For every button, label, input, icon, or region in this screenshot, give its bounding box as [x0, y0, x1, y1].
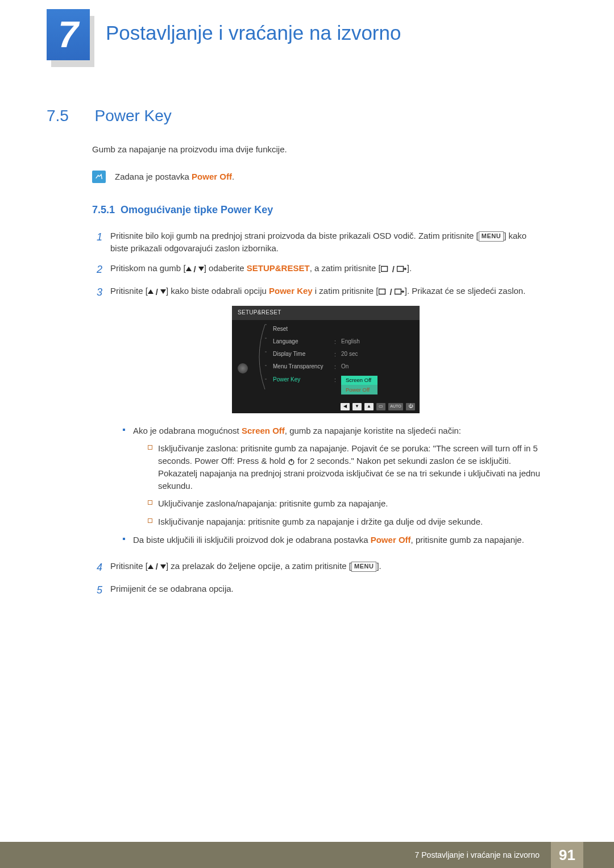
footer-text: 7 Postavljanje i vraćanje na izvorno: [415, 850, 540, 859]
chapter-number: 7: [58, 14, 78, 56]
osd-row-reset: Reset: [266, 323, 420, 336]
step-3: 3 Pritisnite [/] kako biste odabrali opc…: [92, 285, 541, 551]
note-value: Power Off: [192, 172, 232, 181]
sub-bullet-turn-off-power: Isključivanje napajanja: pritisnite gumb…: [148, 516, 541, 528]
step-2: 2 Pritiskom na gumb [/] odaberite SETUP&…: [92, 262, 541, 277]
osd-navbar: ◀ ▼ ▲ ▭ AUTO ⏻: [232, 400, 420, 411]
svg-rect-2: [379, 289, 385, 294]
svg-rect-3: [395, 289, 401, 294]
bullet-power-off: Da biste uključili ili isključili proizv…: [123, 534, 541, 546]
note-text: Zadana je postavka Power Off.: [115, 171, 234, 183]
nav-down-icon: ▼: [352, 403, 362, 410]
osd-row-menu-transparency: Menu Transparency:On: [266, 361, 420, 373]
step-1: 1 Pritisnite bilo koji gumb na prednjoj …: [92, 230, 541, 255]
up-down-icon: /: [148, 286, 166, 298]
step-4: 4 Pritisnite [/] za prelazak do željene …: [92, 560, 541, 575]
section-number: 7.5: [47, 107, 92, 125]
osd-title: SETUP&RESET: [232, 306, 420, 320]
osd-option-power-off: Power Off: [341, 385, 377, 394]
menu-label: MENU: [479, 231, 504, 242]
osd-row-language: Language:English: [266, 335, 420, 348]
osd-row-power-key: Power Key:Screen OffPower Off: [266, 373, 420, 397]
chapter-title: Postavljanje i vraćanje na izvorno: [106, 22, 401, 44]
section-heading: 7.5 Power Key: [47, 107, 541, 125]
intro-text: Gumb za napajanje na proizvodu ima dvije…: [92, 143, 541, 156]
bullet-screen-off: Ako je odabrana mogućnost Screen Off, gu…: [123, 425, 541, 528]
sub-bullet-turn-off-screen: Isključivanje zaslona: pritisnite gumb z…: [148, 442, 541, 492]
page: 7 Postavljanje i vraćanje na izvorno 7.5…: [0, 0, 614, 868]
nav-power-icon: ⏻: [406, 403, 415, 410]
up-down-icon: /: [186, 263, 204, 276]
nav-left-icon: ◀: [341, 403, 350, 410]
sub-bullet-turn-on: Uključivanje zaslona/napajanja: pritisni…: [148, 497, 541, 510]
nav-enter-icon: ▭: [376, 403, 385, 410]
enter-source-icon: /: [381, 263, 407, 276]
osd-panel: SETUP&RESET Reset Language:English: [232, 306, 420, 413]
steps-list: 1 Pritisnite bilo koji gumb na prednjoj …: [92, 230, 541, 597]
subsection-heading: 7.5.1 Omogućivanje tipke Power Key: [92, 202, 541, 217]
footer: 7 Postavljanje i vraćanje na izvorno 91: [0, 842, 614, 868]
svg-rect-1: [397, 267, 403, 272]
osd-knob-icon: [238, 363, 248, 373]
step-5: 5 Primijenit će se odabrana opcija.: [92, 583, 541, 597]
up-down-icon: /: [148, 560, 166, 573]
chapter-badge: 7: [47, 9, 90, 60]
body: Gumb za napajanje na proizvodu ima dvije…: [92, 143, 541, 605]
menu-label: MENU: [351, 562, 376, 572]
nav-up-icon: ▲: [364, 403, 374, 410]
nav-auto-label: AUTO: [388, 403, 403, 410]
footer-page-number: 91: [551, 842, 583, 868]
enter-source-icon: /: [379, 286, 405, 298]
osd-side: [232, 320, 254, 400]
note: Zadana je postavka Power Off.: [92, 171, 541, 183]
osd-row-display-time: Display Time:20 sec: [266, 348, 420, 361]
bullet-list: Ako je odabrana mogućnost Screen Off, gu…: [123, 425, 541, 546]
osd-option-screen-off: Screen Off: [341, 376, 377, 385]
section-title: Power Key: [94, 107, 171, 125]
note-icon: [92, 171, 106, 183]
svg-rect-0: [381, 267, 387, 272]
power-icon: [288, 458, 295, 466]
